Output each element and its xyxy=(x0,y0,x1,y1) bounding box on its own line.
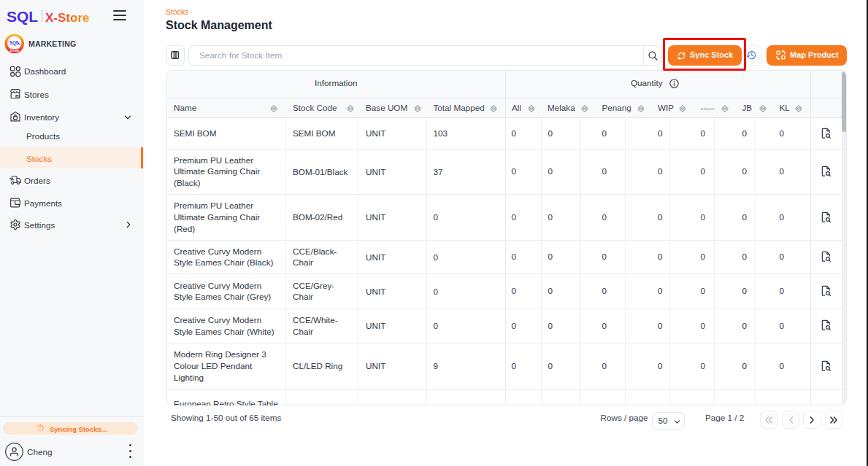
svg-text:STORE: STORE xyxy=(9,49,19,52)
svg-text:SQL: SQL xyxy=(9,40,18,46)
